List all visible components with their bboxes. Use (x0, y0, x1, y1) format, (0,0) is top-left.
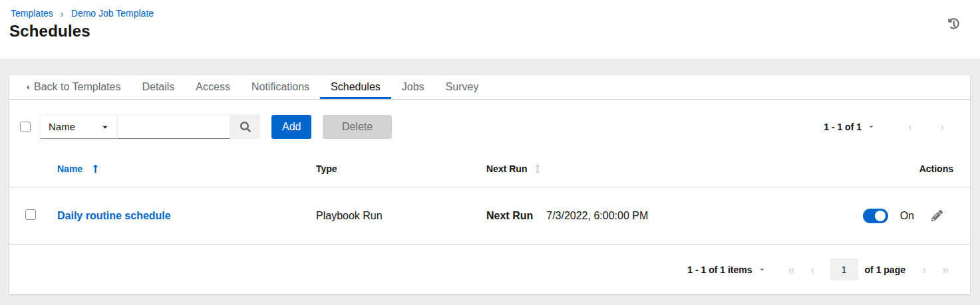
pencil-icon (931, 210, 943, 221)
tab-survey[interactable]: Survey (435, 75, 490, 99)
history-icon (948, 18, 959, 29)
table-row: Daily routine schedule Playbook Run Next… (9, 187, 970, 245)
pagination-range-label: 1 - 1 of 1 (824, 122, 862, 132)
tab-schedules[interactable]: Schedules (320, 75, 391, 99)
first-page-button[interactable]: « (784, 264, 800, 276)
breadcrumb: Templates › Demo Job Template (11, 8, 154, 19)
search-icon (240, 122, 251, 132)
pagination-range-dropdown[interactable]: 1 - 1 of 1 (824, 122, 874, 132)
tab-notifications[interactable]: Notifications (241, 75, 320, 99)
toggle-knob (875, 211, 886, 221)
page-count-label: of 1 page (865, 264, 905, 275)
toolbar: Name Add Delete 1 - 1 of 1 ‹ › (9, 100, 970, 151)
tab-label: Access (196, 81, 230, 93)
prev-page-button[interactable]: ‹ (805, 264, 821, 276)
sort-icon[interactable] (535, 164, 540, 173)
breadcrumb-link-templates[interactable]: Templates (11, 8, 53, 19)
tab-label: Notifications (251, 81, 309, 93)
search-input[interactable] (117, 114, 230, 139)
column-header-next-run[interactable]: Next Run (486, 163, 527, 174)
schedule-name-link[interactable]: Daily routine schedule (57, 210, 171, 221)
schedule-enabled-toggle[interactable] (863, 209, 888, 223)
caret-down-icon (102, 124, 108, 130)
items-range-label: 1 - 1 of 1 items (687, 264, 752, 275)
prev-page-button[interactable]: ‹ (902, 121, 918, 133)
toggle-state-label: On (900, 210, 914, 222)
items-per-page-dropdown[interactable]: 1 - 1 of 1 items (687, 264, 764, 275)
sort-ascending-icon[interactable] (92, 164, 98, 173)
table-header-row: Name Type Next Run Actions (9, 151, 970, 187)
schedules-panel: Back to Templates Details Access Notific… (9, 75, 970, 294)
next-page-button[interactable]: › (916, 264, 932, 276)
tab-access[interactable]: Access (185, 75, 241, 99)
select-all-checkbox[interactable] (20, 122, 31, 132)
tab-bar: Back to Templates Details Access Notific… (9, 75, 970, 100)
next-run-value: 7/3/2022, 6:00:00 PM (546, 210, 648, 222)
column-header-actions: Actions (820, 163, 953, 174)
tab-label: Details (142, 81, 174, 93)
schedule-type: Playbook Run (316, 210, 486, 222)
column-header-name[interactable]: Name (57, 163, 82, 174)
chevron-right-icon: › (61, 9, 64, 19)
caret-left-icon (25, 84, 30, 91)
filter-selected-label: Name (49, 121, 75, 132)
next-page-button[interactable]: › (934, 121, 950, 133)
caret-down-icon (759, 266, 765, 272)
next-run-label: Next Run (486, 210, 533, 222)
top-pagination: 1 - 1 of 1 ‹ › (824, 121, 959, 133)
caret-down-icon (868, 124, 874, 130)
tab-details[interactable]: Details (131, 75, 185, 99)
footer-pagination: 1 - 1 of 1 items « ‹ of 1 page › » (9, 245, 970, 294)
page-header: Templates › Demo Job Template Schedules (0, 0, 980, 58)
tab-label: Back to Templates (34, 81, 120, 93)
current-page-input[interactable] (830, 258, 858, 280)
tab-label: Schedules (331, 81, 381, 93)
edit-schedule-button[interactable] (931, 210, 943, 221)
tab-label: Jobs (402, 81, 424, 93)
tab-jobs[interactable]: Jobs (391, 75, 435, 99)
delete-button[interactable]: Delete (323, 115, 392, 139)
column-header-type[interactable]: Type (316, 163, 486, 174)
row-checkbox[interactable] (25, 209, 36, 220)
tab-label: Survey (446, 81, 479, 93)
add-button[interactable]: Add (271, 115, 311, 139)
breadcrumb-link-demo-job-template[interactable]: Demo Job Template (71, 8, 154, 19)
last-page-button[interactable]: » (937, 264, 953, 276)
page-title: Schedules (9, 22, 90, 41)
search-button[interactable] (230, 114, 260, 139)
history-button[interactable] (947, 17, 960, 30)
filter-type-dropdown[interactable]: Name (40, 114, 117, 139)
tab-back-to-templates[interactable]: Back to Templates (20, 75, 131, 99)
